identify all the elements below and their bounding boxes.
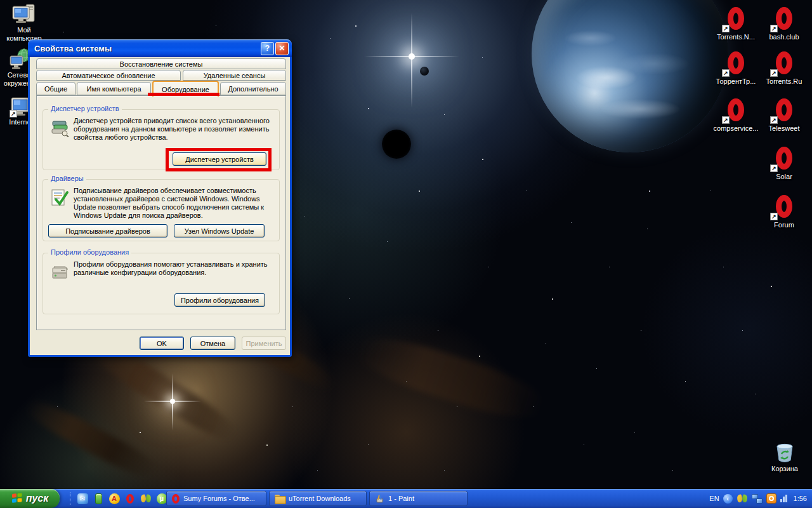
annotation-tab-underline <box>148 93 219 96</box>
quick-launch-handle[interactable] <box>70 492 71 505</box>
clock[interactable]: 1:56 <box>794 495 807 502</box>
tab-automatic-updates[interactable]: Автоматическое обновление <box>36 70 181 81</box>
phone-icon[interactable] <box>93 493 104 504</box>
group-caption: Профили оборудования <box>48 248 131 256</box>
shortcut-arrow-icon: ↗ <box>770 213 778 220</box>
dialog-titlebar[interactable]: Свойства системы ? ✕ <box>28 39 292 57</box>
device-manager-icon <box>50 118 69 137</box>
icon-label: bash.club <box>769 33 799 41</box>
task-label: 1 - Paint <box>388 495 414 502</box>
taskbar-task-paint[interactable]: 1 - Paint <box>369 491 468 506</box>
dialog-title: Свойства системы <box>34 44 259 53</box>
shortcut-arrow-icon: ↗ <box>722 25 730 32</box>
wallpaper-star-ray <box>411 13 412 108</box>
desktop-icon-torrents-ru[interactable]: ↗ Torrents.Ru <box>757 48 811 86</box>
mail-icon[interactable]: ✉ <box>77 493 88 504</box>
desktop-icon-recycle-bin[interactable]: Корзина <box>764 441 806 473</box>
start-label: пуск <box>26 493 49 504</box>
opera-icon <box>776 51 792 74</box>
taskbar: пуск ✉ A µ Sumy Forums - Отве... uTorren… <box>0 489 812 508</box>
windows-update-button[interactable]: Узел Windows Update <box>174 224 265 237</box>
desktop-icon-torrents-n[interactable]: ↗ Torrents.N... <box>709 4 763 41</box>
shortcut-arrow-icon: ↗ <box>770 164 778 172</box>
tab-system-restore[interactable]: Восстановление системы <box>36 58 286 69</box>
taskbar-task-sumy-forums[interactable]: Sumy Forums - Отве... <box>166 491 266 506</box>
system-properties-dialog: Свойства системы ? ✕ Восстановление сист… <box>28 39 292 357</box>
icon-label: Корзина <box>771 465 798 473</box>
task-label: Sumy Forums - Отве... <box>183 495 255 502</box>
utorrent-tray-icon[interactable] <box>766 493 776 504</box>
opera-icon <box>776 195 792 218</box>
shortcut-arrow-icon: ↗ <box>770 116 778 124</box>
tab-general[interactable]: Общие <box>36 82 75 95</box>
close-button[interactable]: ✕ <box>275 42 289 55</box>
nebula-dust-pillar <box>22 394 162 485</box>
collapse-chevron-icon[interactable]: ‹ <box>723 494 733 504</box>
quick-launch-bar: ✉ A µ <box>65 489 167 508</box>
device-manager-description: Диспетчер устройств приводит список всег… <box>74 117 279 142</box>
wallpaper-star-ray <box>172 373 173 431</box>
network-icon[interactable] <box>752 494 763 504</box>
hardware-profiles-button[interactable]: Профили оборудования <box>174 293 265 307</box>
desktop-icon-forum[interactable]: ↗ Forum <box>757 192 811 229</box>
desktop-icon-solar[interactable]: ↗ Solar <box>757 144 811 181</box>
icon-label: Мой <box>17 26 31 34</box>
wallpaper-planet-clouds <box>532 0 728 152</box>
desktop-icon-compservice[interactable]: ↗ compservice... <box>709 95 763 133</box>
icon-label: Telesweet <box>769 124 800 133</box>
help-button[interactable]: ? <box>261 42 274 55</box>
opera-icon <box>776 7 792 30</box>
shortcut-arrow-icon: ↗ <box>770 69 778 77</box>
dialog-body: Восстановление системы Автоматическое об… <box>30 57 290 355</box>
wallpaper-moon <box>420 67 429 76</box>
taskbar-task-utorrent-downloads[interactable]: uTorrent Downloads <box>269 491 367 506</box>
opera-icon <box>776 98 792 121</box>
butterfly-icon[interactable] <box>737 493 748 504</box>
desktop-icon-my-computer[interactable]: Мой компьютер <box>3 3 45 43</box>
desktop-icon-torrent-tr[interactable]: ↗ ТоррентТр... <box>709 48 763 86</box>
shortcut-arrow-icon: ↗ <box>722 116 730 124</box>
shortcut-arrow-icon: ↗ <box>10 110 17 117</box>
opera-icon <box>728 7 744 30</box>
wallpaper-star <box>409 53 415 60</box>
opera-icon <box>728 98 744 121</box>
hardware-profiles-description: Профили оборудования помогают устанавлив… <box>74 260 279 277</box>
ok-button[interactable]: OK <box>140 337 184 350</box>
letter-a-icon[interactable]: A <box>108 493 120 504</box>
cancel-button[interactable]: Отмена <box>190 337 235 350</box>
driver-signing-icon <box>50 188 69 207</box>
tab-remote[interactable]: Удаленные сеансы <box>183 70 286 81</box>
icon-label: Forum <box>774 221 794 229</box>
opera-icon <box>728 51 744 74</box>
desktop-icon-bash-club[interactable]: ↗ bash.club <box>757 4 811 41</box>
opera-icon <box>776 147 792 170</box>
desktop-icon-telesweet[interactable]: ↗ Telesweet <box>757 95 811 133</box>
windows-logo-icon <box>11 493 23 504</box>
driver-signing-button[interactable]: Подписывание драйверов <box>48 224 167 237</box>
opera-icon[interactable] <box>124 493 136 504</box>
wallpaper-star-ray <box>144 401 201 402</box>
butterfly-icon[interactable] <box>140 493 152 504</box>
desktop: Мой компьютер Сетевое окружение ↗ In <box>0 0 812 508</box>
drivers-description: Подписывание драйверов обеспечивает совм… <box>74 187 279 220</box>
language-indicator[interactable]: EN <box>709 495 719 502</box>
hardware-profiles-icon <box>50 262 69 281</box>
system-tray: EN ‹ 1:56 <box>709 489 809 508</box>
apply-button[interactable]: Применить <box>242 337 286 350</box>
tab-advanced[interactable]: Дополнительно <box>220 82 286 95</box>
start-button[interactable]: пуск <box>0 489 60 508</box>
icon-label: ТоррентТр... <box>716 77 756 86</box>
group-caption: Диспетчер устройств <box>48 105 122 112</box>
icon-label: Solar <box>776 173 792 181</box>
shortcut-arrow-icon: ↗ <box>770 25 778 32</box>
starfield-bright <box>0 0 1 1</box>
group-caption: Драйверы <box>48 175 86 182</box>
my-computer-icon <box>12 3 36 26</box>
network-activity-icon[interactable] <box>780 495 787 502</box>
opera-icon <box>172 494 180 504</box>
shortcut-arrow-icon: ↗ <box>722 69 730 77</box>
tab-computer-name[interactable]: Имя компьютера <box>77 82 151 95</box>
wallpaper-dark-planet <box>382 130 411 159</box>
icon-label: compservice... <box>714 124 759 133</box>
icon-label: Torrents.Ru <box>766 77 802 86</box>
